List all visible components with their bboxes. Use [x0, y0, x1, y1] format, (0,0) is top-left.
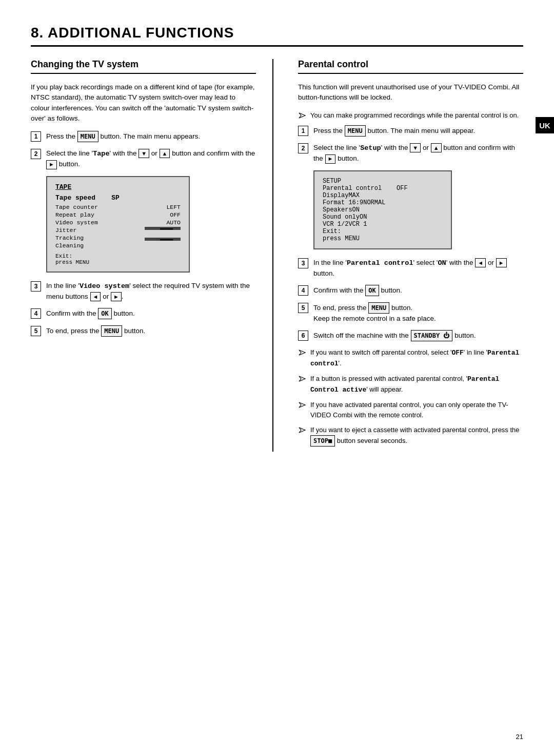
right-arrow-note-1: If you want to switch off parental contr…	[298, 347, 523, 369]
step-num-3: 3	[31, 281, 41, 292]
left-step-4: 4 Confirm with the OK button.	[31, 308, 256, 319]
left-column: Changing the TV system If you play back …	[31, 59, 273, 452]
right-step-3: 3 In the line 'Parental control' select …	[298, 258, 523, 279]
setup-menu-title: SETUP	[323, 178, 443, 185]
step-text-1: Press the MENU button. The main menu app…	[46, 131, 256, 142]
setup-menu-box: SETUP Parental control OFF DisplayMAX Fo…	[313, 170, 452, 249]
left-section-title: Changing the TV system	[31, 59, 256, 74]
right-step-text-1: Press the MENU button. The main menu wil…	[313, 125, 523, 137]
chapter-title: 8. ADDITIONAL FUNCTIONS	[31, 25, 523, 47]
right-column: Parental control This function will prev…	[294, 59, 523, 452]
up-btn-r2: ▲	[431, 143, 442, 152]
svg-marker-4	[299, 428, 305, 433]
right-step-num-6: 6	[298, 331, 308, 341]
arrow-icon-3	[298, 401, 306, 409]
down-btn: ▼	[138, 149, 149, 158]
right-arrow-note-2: If a button is pressed with activated pa…	[298, 374, 523, 395]
arrow-icon-top	[298, 111, 306, 120]
arrow-icon-2	[298, 375, 306, 383]
right-section-title: Parental control	[298, 59, 523, 74]
tape-menu-row-2: Repeat playOFF	[55, 211, 181, 218]
right-step-text-5: To end, press the MENU button. Keep the …	[313, 302, 523, 324]
step-num-2: 2	[31, 149, 41, 159]
svg-marker-1	[299, 350, 305, 355]
setup-menu-selected: Parental control OFF	[323, 185, 443, 192]
right-step-num-2: 2	[298, 143, 308, 153]
right-step-4: 4 Confirm with the OK button.	[298, 285, 523, 296]
left-btn-3: ◄	[90, 292, 101, 301]
tape-menu-box: TAPE Tape speed SP Tape counterLEFT Repe…	[46, 176, 190, 273]
svg-marker-0	[299, 113, 305, 118]
standby-btn-r6: STANDBY ⏻	[411, 330, 453, 341]
uk-badge: UK	[536, 117, 554, 133]
setup-menu-row-3: SpeakersON	[323, 206, 443, 214]
tape-menu-selected: Tape speed SP	[55, 194, 181, 202]
step-text-4: Confirm with the OK button.	[46, 308, 256, 319]
page: 8. ADDITIONAL FUNCTIONS Changing the TV …	[0, 0, 554, 756]
setup-menu-exit: Exit: press MENU	[323, 228, 443, 242]
setup-menu-row-1: DisplayMAX	[323, 192, 443, 199]
tape-menu-title: TAPE	[55, 183, 181, 191]
right-btn: ►	[46, 160, 57, 169]
menu-button-label-5: MENU	[101, 325, 122, 337]
right-section-intro: This function will prevent unauthorised …	[298, 82, 523, 103]
right-step-num-4: 4	[298, 285, 308, 296]
right-step-text-3: In the line 'Parental control' select 'O…	[313, 258, 523, 279]
tape-menu-row-tracking: Tracking ━━━	[55, 235, 181, 241]
right-arrow-note-4: If you want to eject a cassette with act…	[298, 425, 523, 447]
step-text-2: Select the line 'Tape' with the ▼ or ▲ b…	[46, 148, 256, 170]
step-num-1: 1	[31, 131, 41, 142]
right-arrow-note-top: You can make programmed recordings while…	[298, 110, 523, 121]
svg-marker-3	[299, 402, 305, 408]
stop-btn-an4: STOP■	[310, 435, 335, 447]
tape-menu-row-1: Tape counterLEFT	[55, 204, 181, 210]
down-btn-r2: ▼	[410, 143, 421, 152]
left-step-5: 5 To end, press the MENU button.	[31, 325, 256, 337]
menu-btn-r1: MENU	[345, 125, 366, 137]
right-btn-3: ►	[111, 292, 122, 301]
right-arrow-note-3: If you have activated parental control, …	[298, 400, 523, 420]
page-number: 21	[516, 733, 523, 741]
right-step-num-1: 1	[298, 126, 308, 136]
right-step-text-4: Confirm with the OK button.	[313, 285, 523, 296]
right-step-num-3: 3	[298, 258, 308, 268]
arrow-note-text-3: If you have activated parental control, …	[310, 400, 523, 420]
tape-menu-exit: Exit: press MENU	[55, 253, 181, 265]
right-btn-r3: ►	[496, 258, 507, 267]
right-step-text-6: Switch off the machine with the STANDBY …	[313, 330, 523, 341]
right-step-2: 2 Select the line 'Setup' with the ▼ or …	[298, 143, 523, 164]
left-step-3: 3 In the line 'Video system' select the …	[31, 281, 256, 302]
step-text-3: In the line 'Video system' select the re…	[46, 281, 256, 302]
arrow-note-text-1: If you want to switch off parental contr…	[310, 347, 523, 369]
left-step-1: 1 Press the MENU button. The main menu a…	[31, 131, 256, 142]
right-step-text-2: Select the line 'Setup' with the ▼ or ▲ …	[313, 143, 523, 164]
left-btn-r3: ◄	[475, 258, 486, 267]
setup-menu-row-2: Format 16:9NORMAL	[323, 199, 443, 206]
up-btn: ▲	[160, 149, 170, 158]
setup-menu-row-4: Sound onlyON	[323, 214, 443, 221]
svg-marker-2	[299, 376, 305, 381]
ok-btn-r4: OK	[365, 285, 379, 296]
menu-button-label: MENU	[77, 131, 98, 142]
arrow-icon-1	[298, 348, 306, 357]
right-step-num-5: 5	[298, 303, 308, 313]
step-text-5: To end, press the MENU button.	[46, 325, 256, 337]
right-step-5: 5 To end, press the MENU button. Keep th…	[298, 302, 523, 324]
arrow-icon-4	[298, 426, 306, 434]
arrow-note-text-4: If you want to eject a cassette with act…	[310, 425, 523, 447]
left-section-intro: If you play back recordings made on a di…	[31, 82, 256, 124]
right-step-1: 1 Press the MENU button. The main menu w…	[298, 125, 523, 137]
right-arrow-note-top-text: You can make programmed recordings while…	[310, 110, 519, 121]
step-num-4: 4	[31, 308, 41, 319]
right-step-6: 6 Switch off the machine with the STANDB…	[298, 330, 523, 341]
ok-button-label-4: OK	[98, 308, 111, 319]
setup-menu-row-5: VCR 1/2VCR 1	[323, 221, 443, 228]
arrow-note-text-2: If a button is pressed with activated pa…	[310, 374, 523, 395]
content-columns: Changing the TV system If you play back …	[31, 59, 523, 452]
left-step-2: 2 Select the line 'Tape' with the ▼ or ▲…	[31, 148, 256, 170]
menu-btn-r5: MENU	[368, 302, 389, 314]
right-btn-r2: ►	[325, 154, 336, 164]
step-num-5: 5	[31, 326, 41, 336]
tape-menu-row-jitter: Jitter ━━━	[55, 227, 181, 234]
